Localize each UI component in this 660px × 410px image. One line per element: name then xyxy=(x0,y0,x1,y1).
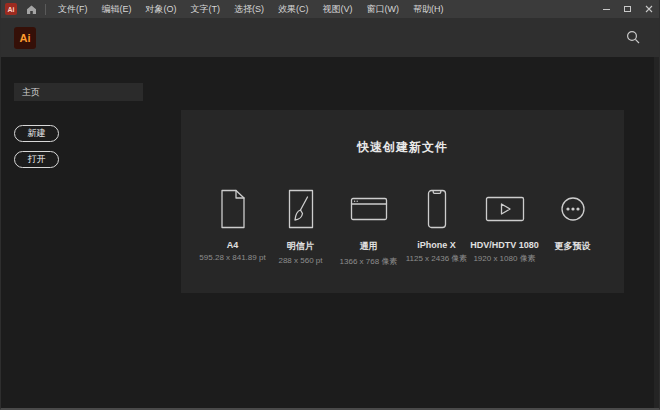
title-menu-bar: Ai 文件(F) 编辑(E) 对象(O) 文字(T) 选择(S) 效果(C) 视… xyxy=(1,0,659,18)
browser-window-icon xyxy=(350,186,388,232)
more-ellipsis-icon xyxy=(560,186,586,232)
menu-help[interactable]: 帮助(H) xyxy=(406,0,451,18)
video-play-icon xyxy=(485,186,525,232)
preset-name: iPhone X xyxy=(417,240,456,250)
menu-separator xyxy=(45,4,46,15)
menu-edit[interactable]: 编辑(E) xyxy=(95,0,139,18)
open-button[interactable]: 打开 xyxy=(14,151,59,168)
search-icon[interactable] xyxy=(626,30,640,44)
maximize-icon xyxy=(624,6,631,12)
preset-dimensions: 1920 x 1080 像素 xyxy=(473,253,535,264)
menu-view[interactable]: 视图(V) xyxy=(316,0,360,18)
menu-select[interactable]: 选择(S) xyxy=(227,0,271,18)
home-screen-header: Ai xyxy=(1,18,659,57)
preset-cards: A4 595.28 x 841.89 pt 明信片 288 x 560 pt xyxy=(181,186,624,267)
preset-name: HDV/HDTV 1080 xyxy=(470,240,539,250)
scrollbar-track[interactable] xyxy=(654,57,659,410)
app-window-icon: Ai xyxy=(5,3,17,15)
preset-dimensions: 1366 x 768 像素 xyxy=(340,256,398,267)
menu-window[interactable]: 窗口(W) xyxy=(360,0,407,18)
preset-card-a4[interactable]: A4 595.28 x 841.89 pt xyxy=(202,186,264,267)
preset-name: A4 xyxy=(227,240,239,250)
window-controls xyxy=(596,0,659,18)
preset-card-iphone-x[interactable]: iPhone X 1125 x 2436 像素 xyxy=(406,186,468,267)
preset-dimensions: 595.28 x 841.89 pt xyxy=(199,253,265,262)
preset-dimensions: 1125 x 2436 像素 xyxy=(406,253,468,264)
tab-home[interactable]: 主页 xyxy=(14,83,143,101)
home-icon[interactable] xyxy=(26,4,37,15)
minimize-icon xyxy=(603,9,610,10)
preset-name: 更多预设 xyxy=(555,240,591,253)
menu-type[interactable]: 文字(T) xyxy=(184,0,228,18)
preset-card-postcard[interactable]: 明信片 288 x 560 pt xyxy=(270,186,332,267)
menu-effect[interactable]: 效果(C) xyxy=(271,0,316,18)
postcard-brush-icon xyxy=(288,186,314,232)
preset-card-hdtv[interactable]: HDV/HDTV 1080 1920 x 1080 像素 xyxy=(474,186,536,267)
home-screen-content: 主页 新建 打开 快速创建新文件 A4 595.28 x 841.89 pt xyxy=(1,57,659,410)
preset-name: 明信片 xyxy=(287,240,314,253)
close-icon xyxy=(645,5,653,13)
menu-file[interactable]: 文件(F) xyxy=(51,0,95,18)
close-button[interactable] xyxy=(638,0,659,18)
minimize-button[interactable] xyxy=(596,0,617,18)
preset-name: 通用 xyxy=(360,240,378,253)
new-button[interactable]: 新建 xyxy=(14,125,59,142)
menu-object[interactable]: 对象(O) xyxy=(139,0,184,18)
preset-dimensions: 288 x 560 pt xyxy=(278,256,322,265)
menu-bar: 文件(F) 编辑(E) 对象(O) 文字(T) 选择(S) 效果(C) 视图(V… xyxy=(51,0,451,18)
phone-icon xyxy=(427,186,447,232)
preset-card-more[interactable]: 更多预设 xyxy=(542,186,604,267)
quick-create-panel: 快速创建新文件 A4 595.28 x 841.89 pt xyxy=(181,110,624,293)
document-icon xyxy=(220,186,246,232)
illustrator-logo: Ai xyxy=(14,27,36,49)
illustrator-home-window: Ai 文件(F) 编辑(E) 对象(O) 文字(T) 选择(S) 效果(C) 视… xyxy=(0,0,660,410)
maximize-button[interactable] xyxy=(617,0,638,18)
preset-card-web[interactable]: 通用 1366 x 768 像素 xyxy=(338,186,400,267)
panel-title: 快速创建新文件 xyxy=(181,139,624,156)
